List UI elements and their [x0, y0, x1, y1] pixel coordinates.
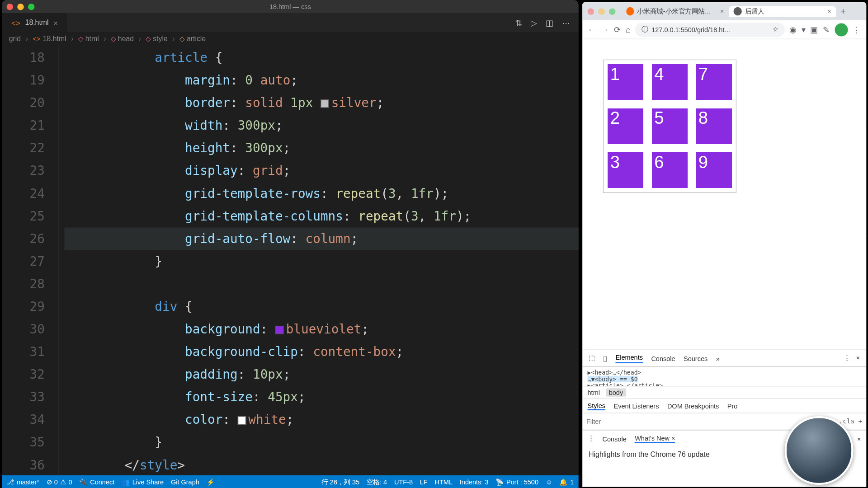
minimize-icon[interactable] [598, 8, 604, 14]
browser-tab[interactable]: 小米商城-小米官方网站，小米 × [622, 6, 729, 17]
html-file-icon: <> [11, 18, 20, 27]
window-titlebar: 18.html — css [2, 0, 579, 13]
window-title: 18.html — css [269, 3, 311, 10]
close-icon[interactable] [6, 3, 13, 9]
maximize-icon[interactable] [28, 3, 34, 9]
devtools-tab-elements[interactable]: Elements [615, 353, 642, 363]
dom-breadcrumb[interactable]: html body [583, 386, 866, 399]
settings-icon[interactable]: ⋮ [844, 354, 850, 362]
info-icon: ⓘ [642, 25, 648, 34]
back-icon[interactable]: ← [588, 25, 596, 34]
dom-tree[interactable]: ▶<head>…</head> …▼<body> == $0 ▶<article… [583, 367, 866, 386]
cursor-position[interactable]: 行 26，列 35 [321, 477, 359, 486]
browser-titlebar: 小米商城-小米官方网站，小米 × 后盾人 × + [583, 2, 866, 20]
close-icon[interactable]: × [720, 8, 724, 15]
star-icon[interactable]: ☆ [773, 26, 778, 33]
webcam-overlay [785, 416, 854, 485]
encoding[interactable]: UTF-8 [394, 477, 413, 486]
devtools-tab-sources[interactable]: Sources [684, 355, 708, 362]
connect-button[interactable]: 🔌 Connect [79, 478, 114, 486]
close-icon[interactable]: × [827, 8, 831, 15]
vscode-window: 18.html — css <> 18.html × ⇅ ▷ ◫ ⋯ grid … [2, 0, 579, 488]
styles-tab[interactable]: Styles [588, 402, 605, 410]
notifications[interactable]: 🔔 1 [559, 477, 574, 486]
event-listeners-tab[interactable]: Event Listeners [613, 402, 659, 409]
url-text: 127.0.0.1:5500/grid/18.ht… [651, 26, 731, 33]
grid-cell: 8 [692, 104, 736, 149]
lightning-icon[interactable]: ⚡ [207, 478, 215, 486]
grid-cell: 9 [692, 148, 736, 192]
device-icon[interactable]: ⌷ [603, 355, 607, 362]
breadcrumb[interactable]: grid <>18.html ◇html ◇head ◇style ◇artic… [2, 32, 579, 45]
line-number-gutter: 18192021222324252627282930313233343536 [2, 45, 58, 475]
gitgraph-button[interactable]: Git Graph [171, 478, 199, 485]
grid-cell: 6 [648, 148, 692, 192]
styles-filter-input[interactable] [586, 415, 816, 427]
menu-icon[interactable]: ⋮ [853, 25, 861, 34]
forward-icon[interactable]: → [601, 25, 609, 34]
compare-icon[interactable]: ⇅ [515, 18, 523, 28]
more-tabs-icon[interactable]: » [716, 355, 720, 362]
drawer-tab-whatsnew[interactable]: What's New × [635, 434, 675, 442]
editor-tabbar: <> 18.html × ⇅ ▷ ◫ ⋯ [2, 13, 579, 32]
extension-icon[interactable]: ◉ [789, 25, 797, 34]
close-icon[interactable] [588, 8, 594, 14]
properties-tab[interactable]: Pro [727, 402, 738, 409]
grid-cell: 5 [648, 104, 692, 149]
extension-icon[interactable]: ▣ [810, 25, 818, 34]
dom-breakpoints-tab[interactable]: DOM Breakpoints [667, 402, 719, 409]
git-branch[interactable]: ⎇ master* [6, 478, 39, 486]
grid-cell: 4 [648, 60, 692, 104]
grid-cell: 3 [604, 148, 648, 192]
run-icon[interactable]: ▷ [531, 18, 537, 28]
minimize-icon[interactable] [17, 3, 24, 9]
problems[interactable]: ⊘ 0 ⚠ 0 [47, 478, 72, 486]
browser-tab[interactable]: 后盾人 × [729, 6, 836, 17]
inspect-icon[interactable]: ⬚ [589, 354, 594, 362]
indent-mode[interactable]: 空格: 4 [367, 477, 387, 486]
close-icon[interactable]: × [857, 435, 861, 442]
home-icon[interactable]: ⌂ [626, 25, 631, 34]
close-icon[interactable]: × [856, 354, 859, 362]
eol[interactable]: LF [420, 477, 428, 486]
drawer-menu-icon[interactable]: ⋮ [588, 435, 594, 442]
page-viewport: 123456789 [583, 39, 866, 350]
reload-icon[interactable]: ⟳ [614, 25, 621, 34]
browser-toolbar: ← → ⟳ ⌂ ⓘ 127.0.0.1:5500/grid/18.ht… ☆ ◉… [583, 20, 866, 39]
address-bar[interactable]: ⓘ 127.0.0.1:5500/grid/18.ht… ☆ [636, 22, 785, 37]
extension-icon[interactable]: ✎ [823, 25, 830, 34]
new-tab-button[interactable]: + [836, 6, 850, 17]
split-icon[interactable]: ◫ [546, 18, 553, 28]
grid-cell: 1 [604, 60, 648, 104]
maximize-icon[interactable] [609, 8, 615, 14]
grid-cell: 7 [692, 60, 736, 104]
editor-tab-label: 18.html [25, 19, 49, 27]
browser-window: 小米商城-小米官方网站，小米 × 后盾人 × + ← → ⟳ ⌂ ⓘ 127.0… [582, 2, 867, 487]
language-mode[interactable]: HTML [435, 477, 453, 486]
devtools-tab-console[interactable]: Console [651, 355, 675, 362]
favicon-icon [733, 7, 741, 15]
grid-demo: 123456789 [603, 60, 736, 193]
drawer-tab-console[interactable]: Console [602, 435, 626, 442]
profile-avatar[interactable] [835, 23, 848, 36]
new-rule-button[interactable]: + [858, 418, 862, 425]
close-icon[interactable]: × [53, 18, 58, 27]
liveshare-button[interactable]: 👥 Live Share [122, 478, 164, 486]
feedback-icon[interactable]: ☺ [546, 477, 552, 486]
grid-cell: 2 [604, 104, 648, 149]
live-server-port[interactable]: 📡 Port : 5500 [495, 477, 538, 486]
status-bar: ⎇ master* ⊘ 0 ⚠ 0 🔌 Connect 👥 Live Share… [2, 475, 579, 488]
indents[interactable]: Indents: 3 [460, 477, 489, 486]
extension-icon[interactable]: ▾ [802, 25, 806, 34]
more-icon[interactable]: ⋯ [562, 18, 570, 28]
close-icon[interactable]: × [671, 434, 675, 441]
editor-tab[interactable]: <> 18.html × [2, 13, 68, 32]
code-editor[interactable]: 18192021222324252627282930313233343536 a… [2, 45, 579, 475]
favicon-icon [626, 7, 634, 15]
